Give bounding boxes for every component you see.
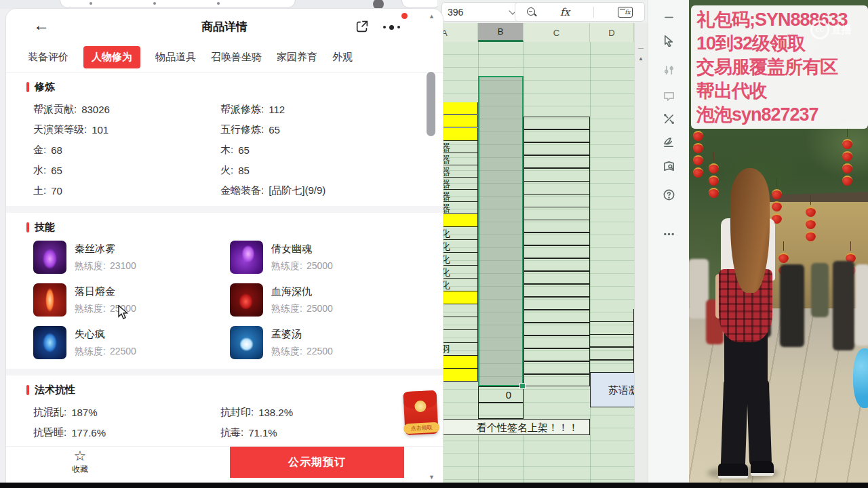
sheet-toolbar: 396 fx fx (437, 0, 648, 24)
red-packet-label: 点击领取 (403, 422, 440, 434)
address-bar[interactable] (60, 0, 296, 8)
screen: ← 商品详情 装备评价 人物修为 物品道具 召唤兽坐骑 家园养育 外观 修炼 (0, 0, 868, 488)
skill-item[interactable]: 血海深仇 熟练度:25000 (230, 283, 443, 317)
spreadsheet: 396 fx fx A B C D 器 器 器 器 器 器 (437, 0, 648, 488)
sheet-cell[interactable]: 化 (441, 240, 478, 253)
column-header-a[interactable]: A (437, 23, 478, 42)
tab-character-cultivation[interactable]: 人物修为 (83, 46, 140, 68)
section-resistance-title: 法术抗性 (6, 375, 443, 399)
signature-icon[interactable] (663, 136, 675, 148)
woman-leg (747, 379, 772, 466)
bottom-action-bar: ☆ 收藏 公示期预订 (6, 446, 443, 478)
adjust-sliders-icon[interactable] (663, 64, 675, 77)
sheet-cell[interactable]: 器 (441, 178, 478, 190)
column-header-c[interactable]: C (524, 23, 590, 42)
sheet-cell-yellow[interactable] (441, 291, 478, 304)
share-icon[interactable] (355, 19, 370, 34)
skill-item[interactable]: 倩女幽魂 熟练度:25000 (230, 241, 443, 274)
cell-note[interactable]: 看个性签名上架！！！ (437, 419, 590, 435)
promo-line: 帮出代收 (696, 79, 868, 103)
tab-home-nurture[interactable]: 家园养育 (277, 51, 317, 64)
sheet-cell[interactable]: 化 (441, 253, 478, 266)
section-divider (6, 369, 443, 375)
promo-line: 交易服覆盖所有区 (696, 56, 868, 79)
more-menu-icon[interactable] (383, 25, 403, 29)
zoom-search-icon[interactable] (527, 7, 536, 17)
sheet-cell-yellow[interactable] (441, 115, 478, 127)
scroll-up-icon[interactable]: ▲ (429, 13, 435, 20)
cell-name-box[interactable]: 396 (441, 2, 521, 22)
blue-balloon (853, 348, 868, 408)
stat-row: 抗昏睡:177.6% (33, 422, 220, 443)
sheet-cell-yellow[interactable] (441, 102, 478, 115)
comment-icon[interactable] (663, 89, 675, 102)
red-packet-button[interactable]: 点击领取 (403, 390, 438, 435)
cell-b-value[interactable]: 0 (478, 386, 524, 403)
sheet-cell[interactable]: 器 (441, 153, 478, 165)
sheet-cell[interactable]: 化 (441, 227, 478, 240)
purple-ghost-skill-icon (230, 241, 263, 274)
read-search-icon[interactable] (663, 160, 675, 173)
reserve-button[interactable]: 公示期预订 (230, 447, 404, 478)
sheet-cell[interactable]: 器 (441, 190, 478, 202)
quick-tools-icon[interactable] (663, 113, 675, 125)
skill-item[interactable]: 失心疯 熟练度:22500 (33, 326, 230, 359)
sheet-cell-yellow[interactable] (441, 214, 478, 227)
sheet-cell-yellow[interactable] (441, 128, 478, 141)
skill-item[interactable]: 落日熔金 熟练度:25000 (33, 283, 230, 317)
scrollbar-dash-icon: — (638, 45, 644, 51)
promo-line: 泡泡syn827237 (696, 103, 868, 127)
section-marker (26, 222, 29, 232)
tab-items[interactable]: 物品道具 (155, 51, 196, 64)
livestream-video[interactable]: 礼包码;SYN888633 10到32级领取 交易服覆盖所有区 帮出代收 泡泡s… (688, 0, 868, 483)
stat-row: 抗混乱:187% (33, 402, 220, 422)
tab-appearance[interactable]: 外观 (332, 51, 353, 64)
minimize-icon[interactable] (663, 11, 675, 24)
tab-equip-review[interactable]: 装备评价 (28, 51, 68, 64)
sheet-cell[interactable]: 化 (441, 279, 478, 291)
sheet-cell-yellow[interactable] (441, 369, 478, 382)
selection-handle[interactable] (519, 383, 526, 389)
sheet-cell[interactable]: 器 (441, 165, 478, 178)
more-tools-icon[interactable] (663, 228, 675, 241)
pedestrian (811, 263, 829, 317)
help-icon[interactable] (663, 188, 675, 201)
sheet-cell[interactable] (441, 317, 478, 330)
stat-row: 帮派贡献:83026 (33, 99, 220, 119)
tab-pets-mounts[interactable]: 召唤兽坐骑 (211, 51, 262, 64)
stat-row: 天演策等级:101 (33, 119, 220, 140)
star-icon: ☆ (63, 449, 97, 464)
gridline (590, 42, 591, 483)
sheet-cell-yellow[interactable] (441, 356, 478, 369)
fx-icon[interactable]: fx (560, 6, 570, 18)
scroll-up-icon[interactable]: ▲ (638, 56, 644, 62)
column-header-b[interactable]: B (478, 23, 524, 42)
stat-row: 帮派修炼:112 (220, 99, 443, 119)
favorite-button[interactable]: ☆ 收藏 (63, 449, 97, 475)
browser-pill (401, 0, 441, 8)
cursor-select-icon[interactable] (663, 34, 675, 47)
stat-row: 金:68 (33, 140, 220, 160)
red-flame-skill-icon (33, 283, 66, 317)
scroll-down-icon[interactable]: ▼ (429, 474, 435, 481)
sheet-cell[interactable] (441, 304, 478, 317)
sheet-scrollbar[interactable]: — ▲ (634, 23, 648, 488)
column-header-d[interactable]: D (590, 23, 634, 42)
skill-item[interactable]: 秦丝冰雾 熟练度:23100 (33, 241, 230, 274)
sheet-cell[interactable]: 器 (441, 202, 478, 214)
formula-bar-toggle-icon[interactable]: fx (618, 7, 633, 18)
sheet-cell[interactable] (478, 403, 524, 419)
sheet-cell[interactable]: 羽 (441, 343, 478, 356)
bordered-cell-region-c[interactable] (524, 117, 590, 386)
toolbar-dot-icon (90, 2, 92, 5)
sheet-cell[interactable]: 化 (441, 266, 478, 279)
skill-item[interactable]: 孟婆汤 熟练度:22500 (230, 326, 443, 359)
toolbar-separator (593, 7, 594, 18)
blue-vortex-skill-icon (33, 326, 66, 359)
selection-rectangle[interactable] (478, 76, 524, 386)
sheet-cell[interactable]: 器 (441, 141, 478, 153)
toolbar-dot-icon (217, 2, 220, 5)
sheet-cell[interactable] (441, 330, 478, 343)
wps-side-toolbar (648, 0, 689, 488)
scrollbar-thumb[interactable] (427, 72, 435, 136)
